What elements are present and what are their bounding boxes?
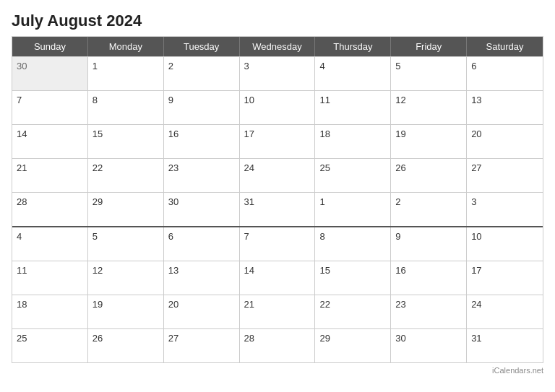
week-row-7: 18192021222324 xyxy=(12,295,543,328)
day-cell: 15 xyxy=(88,125,164,158)
day-cell: 13 xyxy=(164,261,240,295)
week-row-6: 11121314151617 xyxy=(12,261,543,295)
day-cell: 9 xyxy=(164,91,240,124)
day-cell: 10 xyxy=(467,227,543,261)
day-cell: 19 xyxy=(88,295,164,328)
day-cell: 30 xyxy=(164,193,240,226)
day-cell: 10 xyxy=(240,91,316,124)
week-row-5: 45678910 xyxy=(12,226,543,261)
day-cell: 21 xyxy=(12,159,88,192)
header-day-saturday: Saturday xyxy=(467,37,543,56)
day-cell: 25 xyxy=(315,159,391,192)
footer-credit: iCalendars.net xyxy=(12,366,543,375)
day-cell: 27 xyxy=(164,329,240,362)
day-cell: 3 xyxy=(467,193,543,226)
day-cell: 2 xyxy=(164,57,240,90)
day-cell: 29 xyxy=(315,329,391,362)
day-cell: 5 xyxy=(391,57,467,90)
day-cell: 11 xyxy=(12,261,88,295)
day-cell: 14 xyxy=(12,125,88,158)
day-cell: 4 xyxy=(12,227,88,261)
day-cell: 4 xyxy=(315,57,391,90)
day-cell: 19 xyxy=(391,125,467,158)
day-cell: 3 xyxy=(240,57,316,90)
day-cell: 30 xyxy=(12,57,88,90)
day-cell: 17 xyxy=(467,261,543,295)
day-cell: 23 xyxy=(391,295,467,328)
calendar-body: 3012345678910111213141516171819202122232… xyxy=(12,56,543,362)
calendar: SundayMondayTuesdayWednesdayThursdayFrid… xyxy=(12,36,543,363)
week-row-2: 14151617181920 xyxy=(12,124,543,158)
day-cell: 6 xyxy=(164,227,240,261)
day-cell: 20 xyxy=(467,125,543,158)
day-cell: 18 xyxy=(12,295,88,328)
header-day-wednesday: Wednesday xyxy=(240,37,316,56)
day-cell: 2 xyxy=(391,193,467,226)
header-day-friday: Friday xyxy=(391,37,467,56)
day-cell: 25 xyxy=(12,329,88,362)
header-day-sunday: Sunday xyxy=(12,37,88,56)
day-cell: 7 xyxy=(240,227,316,261)
day-cell: 16 xyxy=(164,125,240,158)
week-row-1: 78910111213 xyxy=(12,90,543,124)
calendar-header: SundayMondayTuesdayWednesdayThursdayFrid… xyxy=(12,37,543,56)
day-cell: 23 xyxy=(164,159,240,192)
header-day-tuesday: Tuesday xyxy=(164,37,240,56)
day-cell: 27 xyxy=(467,159,543,192)
week-row-4: 28293031123 xyxy=(12,192,543,226)
day-cell: 30 xyxy=(391,329,467,362)
day-cell: 13 xyxy=(467,91,543,124)
day-cell: 18 xyxy=(315,125,391,158)
header-day-monday: Monday xyxy=(88,37,164,56)
header-day-thursday: Thursday xyxy=(315,37,391,56)
day-cell: 8 xyxy=(315,227,391,261)
day-cell: 24 xyxy=(467,295,543,328)
page: July August 2024 SundayMondayTuesdayWedn… xyxy=(0,0,555,392)
day-cell: 15 xyxy=(315,261,391,295)
day-cell: 11 xyxy=(315,91,391,124)
day-cell: 12 xyxy=(391,91,467,124)
day-cell: 22 xyxy=(88,159,164,192)
day-cell: 17 xyxy=(240,125,316,158)
day-cell: 5 xyxy=(88,227,164,261)
day-cell: 31 xyxy=(467,329,543,362)
day-cell: 1 xyxy=(88,57,164,90)
day-cell: 6 xyxy=(467,57,543,90)
day-cell: 21 xyxy=(240,295,316,328)
day-cell: 16 xyxy=(391,261,467,295)
day-cell: 28 xyxy=(240,329,316,362)
day-cell: 12 xyxy=(88,261,164,295)
week-row-0: 30123456 xyxy=(12,56,543,90)
day-cell: 8 xyxy=(88,91,164,124)
day-cell: 7 xyxy=(12,91,88,124)
day-cell: 1 xyxy=(315,193,391,226)
day-cell: 31 xyxy=(240,193,316,226)
week-row-8: 25262728293031 xyxy=(12,328,543,362)
week-row-3: 21222324252627 xyxy=(12,158,543,192)
day-cell: 28 xyxy=(12,193,88,226)
day-cell: 29 xyxy=(88,193,164,226)
page-title: July August 2024 xyxy=(12,12,543,30)
day-cell: 24 xyxy=(240,159,316,192)
day-cell: 26 xyxy=(88,329,164,362)
day-cell: 22 xyxy=(315,295,391,328)
day-cell: 20 xyxy=(164,295,240,328)
day-cell: 26 xyxy=(391,159,467,192)
day-cell: 9 xyxy=(391,227,467,261)
day-cell: 14 xyxy=(240,261,316,295)
